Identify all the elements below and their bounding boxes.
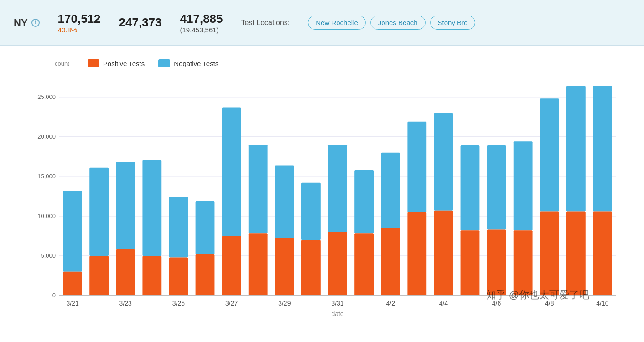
svg-rect-43 [434, 211, 453, 295]
chart-legend: count Positive Tests Negative Tests [55, 59, 626, 67]
svg-text:4/6: 4/6 [492, 300, 501, 307]
svg-rect-21 [142, 256, 161, 295]
svg-text:3/23: 3/23 [119, 300, 132, 307]
positive-count: 170,512 [58, 12, 101, 26]
negative-color-swatch [158, 59, 170, 67]
svg-text:0: 0 [52, 292, 56, 299]
svg-rect-40 [407, 122, 426, 212]
svg-rect-39 [381, 228, 400, 295]
svg-text:3/25: 3/25 [172, 300, 185, 307]
test-locations-label: Test Locations: [241, 19, 290, 27]
svg-rect-41 [407, 212, 426, 295]
svg-rect-37 [354, 233, 374, 295]
location-tags: New Rochelle Jones Beach Stony Bro [308, 16, 475, 30]
svg-text:3/29: 3/29 [278, 300, 291, 307]
svg-rect-48 [514, 141, 533, 230]
legend-negative: Negative Tests [158, 59, 218, 67]
svg-rect-44 [461, 145, 480, 230]
chart-area: count Positive Tests Negative Tests 05,0… [0, 46, 644, 338]
svg-rect-52 [566, 86, 586, 211]
svg-rect-17 [89, 256, 109, 295]
svg-text:10,000: 10,000 [37, 212, 56, 219]
svg-text:3/21: 3/21 [66, 300, 78, 307]
svg-text:4/2: 4/2 [386, 300, 395, 307]
legend-count-label: count [55, 60, 69, 67]
svg-rect-33 [301, 240, 321, 295]
svg-rect-20 [142, 160, 161, 256]
state-abbreviation: NY [14, 17, 28, 29]
svg-rect-47 [487, 230, 506, 295]
svg-rect-24 [196, 201, 215, 254]
header-bar: NY ℹ 170,512 40.8% 247,373 417,885 (19,4… [0, 0, 644, 46]
svg-rect-15 [63, 272, 82, 295]
svg-rect-50 [540, 98, 559, 211]
svg-rect-49 [514, 230, 533, 295]
state-label: NY ℹ [14, 17, 40, 29]
svg-rect-23 [169, 257, 188, 295]
svg-text:25,000: 25,000 [37, 93, 56, 100]
svg-rect-35 [328, 232, 347, 295]
svg-rect-36 [354, 170, 374, 233]
legend-positive-label: Positive Tests [103, 60, 145, 67]
svg-rect-26 [222, 107, 241, 236]
total-sub: (19,453,561) [180, 26, 223, 34]
svg-text:4/10: 4/10 [596, 300, 608, 307]
svg-text:4/4: 4/4 [439, 300, 448, 307]
svg-rect-42 [434, 113, 453, 211]
svg-rect-51 [540, 211, 559, 295]
location-new-rochelle[interactable]: New Rochelle [308, 16, 366, 30]
negative-count: 247,373 [119, 16, 162, 30]
svg-text:15,000: 15,000 [37, 173, 56, 180]
info-icon[interactable]: ℹ [31, 19, 40, 27]
svg-rect-14 [63, 191, 82, 272]
bar-chart-svg: 05,00010,00015,00020,00025,00030,0003/21… [27, 72, 625, 327]
positive-stat-block: 170,512 40.8% [58, 12, 101, 34]
svg-rect-28 [249, 145, 268, 233]
svg-rect-53 [566, 211, 586, 295]
svg-rect-34 [328, 145, 347, 232]
svg-rect-32 [301, 183, 321, 240]
location-stony-bro[interactable]: Stony Bro [430, 16, 476, 30]
svg-rect-25 [196, 254, 215, 295]
svg-rect-18 [116, 162, 135, 249]
total-tests: 417,885 [180, 12, 223, 26]
svg-rect-22 [169, 197, 188, 257]
svg-rect-19 [116, 249, 135, 295]
bar-chart-container: 05,00010,00015,00020,00025,00030,0003/21… [27, 72, 626, 329]
svg-rect-38 [381, 153, 400, 228]
svg-text:3/31: 3/31 [331, 300, 343, 307]
svg-rect-30 [275, 166, 294, 238]
svg-rect-16 [89, 168, 109, 256]
svg-rect-55 [593, 211, 612, 295]
svg-rect-46 [487, 145, 506, 230]
svg-rect-29 [249, 233, 268, 295]
positive-pct: 40.8% [58, 26, 101, 34]
total-stat-group: 417,885 (19,453,561) [180, 12, 223, 34]
svg-text:20,000: 20,000 [37, 133, 56, 140]
svg-rect-27 [222, 236, 241, 295]
svg-rect-54 [593, 86, 612, 211]
svg-rect-45 [461, 230, 480, 295]
positive-color-swatch [88, 59, 99, 67]
svg-text:4/8: 4/8 [545, 300, 554, 307]
legend-negative-label: Negative Tests [174, 60, 218, 67]
location-jones-beach[interactable]: Jones Beach [370, 16, 426, 30]
svg-rect-31 [275, 238, 294, 295]
svg-text:3/27: 3/27 [225, 300, 238, 307]
svg-text:date: date [331, 310, 343, 317]
svg-text:5,000: 5,000 [41, 252, 56, 259]
legend-positive: Positive Tests [88, 59, 145, 67]
